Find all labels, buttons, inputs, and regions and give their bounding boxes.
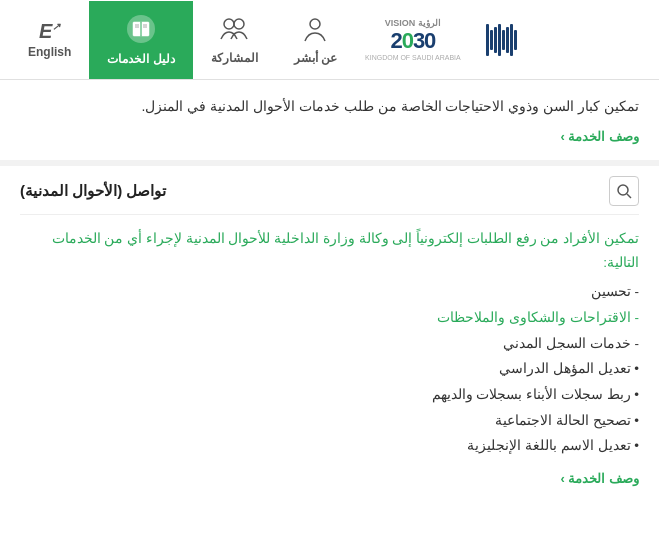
nav-item-musharaka[interactable]: المشاركة [193, 1, 276, 79]
list-item: - الاقتراحات والشكاوى والملاحظات [20, 305, 639, 331]
svg-rect-2 [141, 22, 149, 36]
english-icon: E↗ [39, 21, 60, 41]
list-item: • تصحيح الحالة الاجتماعية [20, 408, 639, 434]
svg-rect-1 [133, 22, 141, 36]
list-item: • تعديل المؤهل الدراسي [20, 356, 639, 382]
vision-year: 2030 [390, 28, 435, 54]
vision-2030-logo: VISION الرؤية 2030 KINGDOM OF SAUDI ARAB… [365, 18, 461, 61]
barcode-icon [486, 24, 517, 56]
nav-item-dalil[interactable]: دليل الخدمات [89, 1, 192, 79]
svg-line-12 [627, 194, 631, 198]
svg-point-8 [224, 19, 234, 29]
search-button[interactable] [609, 176, 639, 206]
vision-top-text: VISION الرؤية [385, 18, 441, 28]
person-icon [301, 15, 329, 47]
service-block-1: تمكين كبار السن وذوي الاحتياجات الخاصة م… [0, 80, 659, 166]
list-item: • تعديل الاسم باللغة الإنجليزية [20, 433, 639, 459]
service1-description: تمكين كبار السن وذوي الاحتياجات الخاصة م… [20, 95, 639, 119]
book-nav-icon [126, 14, 156, 48]
svg-point-9 [234, 19, 244, 29]
section2-header: تواصل (الأحوال المدنية) [20, 176, 639, 215]
header: E↗ English دليل الخدمات [0, 0, 659, 80]
list-item: - خدمات السجل المدني [20, 331, 639, 357]
list-item: - تحسين [20, 279, 639, 305]
search-icon [616, 183, 632, 199]
nav-item-absher[interactable]: عن أبشر [276, 1, 355, 79]
nav-label-english: English [28, 45, 71, 59]
service2-list: - تحسين - الاقتراحات والشكاوى والملاحظات… [20, 279, 639, 458]
svg-point-11 [618, 185, 628, 195]
list-item: • ربط سجلات الأبناء بسجلات والديهم [20, 382, 639, 408]
people-icon [219, 15, 249, 47]
service2-link[interactable]: وصف الخدمة [560, 471, 639, 486]
svg-point-10 [310, 19, 320, 29]
service2-intro: تمكين الأفراد من رفع الطلبات إلكترونياً … [20, 227, 639, 276]
nav-bar: E↗ English دليل الخدمات [10, 1, 517, 79]
nav-label-musharaka: المشاركة [211, 51, 258, 65]
nav-label-dalil: دليل الخدمات [107, 52, 174, 66]
main-content: تمكين كبار السن وذوي الاحتياجات الخاصة م… [0, 80, 659, 502]
vision-subtext: KINGDOM OF SAUDI ARABIA [365, 54, 461, 61]
nav-item-english[interactable]: E↗ English [10, 1, 89, 79]
service-block-2: تواصل (الأحوال المدنية) تمكين الأفراد من… [0, 166, 659, 502]
service1-link[interactable]: وصف الخدمة [560, 129, 639, 144]
section2-title: تواصل (الأحوال المدنية) [20, 182, 166, 200]
nav-label-absher: عن أبشر [294, 51, 337, 65]
